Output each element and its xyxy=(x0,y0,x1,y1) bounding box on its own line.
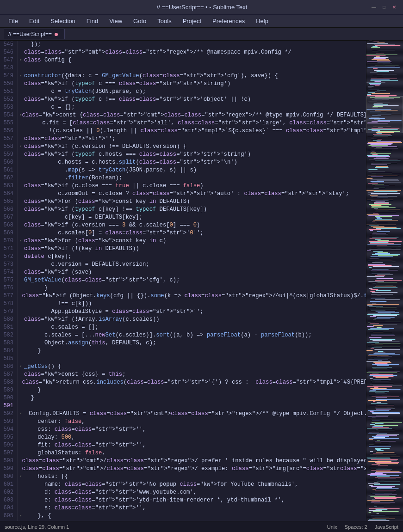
code-content[interactable]: }); class=class="str">"cmt">class=class=… xyxy=(18,41,366,521)
fold-arrow[interactable] xyxy=(19,316,24,324)
fold-arrow[interactable] xyxy=(19,441,24,449)
line-number: 580 xyxy=(2,316,13,324)
fold-arrow[interactable] xyxy=(19,104,24,111)
fold-arrow[interactable] xyxy=(19,308,24,316)
fold-arrow[interactable] xyxy=(19,119,22,127)
fold-arrow[interactable] xyxy=(19,449,24,457)
status-git[interactable]: source.js, Line 29, Column 1 xyxy=(5,524,69,530)
fold-arrow[interactable] xyxy=(19,159,24,166)
tab-label: // ==UserScript== xyxy=(8,31,52,37)
fold-arrow[interactable]: ▾ xyxy=(19,237,24,245)
minimap[interactable] xyxy=(366,41,403,521)
code-line: } xyxy=(19,347,364,355)
fold-arrow[interactable] xyxy=(19,221,24,229)
fold-arrow[interactable] xyxy=(19,276,24,284)
status-spaces[interactable]: Spaces: 2 xyxy=(345,524,367,530)
fold-arrow[interactable] xyxy=(19,261,24,269)
fold-arrow[interactable] xyxy=(19,229,24,237)
line-number: 597 xyxy=(2,449,13,457)
line-number: 553 xyxy=(2,104,13,111)
fold-arrow[interactable] xyxy=(19,371,24,379)
line-number: 579 xyxy=(2,308,13,316)
fold-arrow[interactable] xyxy=(19,284,24,292)
code-scroll-area[interactable]: 5455465475485495505515525535545555565575… xyxy=(0,41,366,521)
fold-arrow[interactable]: ▾ xyxy=(19,143,24,151)
menu-view[interactable]: View xyxy=(105,16,127,26)
fold-arrow[interactable] xyxy=(19,418,24,426)
window-controls[interactable]: — □ ✕ xyxy=(371,4,397,11)
menu-selection[interactable]: Selection xyxy=(46,16,80,26)
fold-arrow[interactable] xyxy=(19,253,24,261)
menu-project[interactable]: Project xyxy=(178,16,206,26)
line-number: 549 xyxy=(2,72,13,80)
menu-find[interactable]: Find xyxy=(82,16,103,26)
minimize-button[interactable]: — xyxy=(371,4,377,11)
fold-arrow[interactable]: ▾ xyxy=(19,72,24,80)
fold-arrow[interactable] xyxy=(19,347,24,355)
menu-preferences[interactable]: Preferences xyxy=(208,16,249,26)
fold-arrow[interactable] xyxy=(19,49,24,56)
code-editor[interactable]: 5455465475485495505515525535545555565575… xyxy=(0,41,366,521)
fold-arrow[interactable] xyxy=(19,96,24,104)
fold-arrow[interactable] xyxy=(19,300,24,308)
fold-arrow[interactable] xyxy=(19,520,24,521)
fold-arrow[interactable] xyxy=(19,214,24,221)
fold-arrow[interactable] xyxy=(19,386,24,394)
fold-arrow[interactable] xyxy=(19,402,24,410)
editor-tab[interactable]: // ==UserScript== xyxy=(4,29,65,39)
fold-arrow[interactable] xyxy=(19,434,24,441)
fold-arrow[interactable]: ▾ xyxy=(19,473,24,481)
fold-arrow[interactable]: ▾ xyxy=(19,512,24,520)
menu-file[interactable]: File xyxy=(4,16,23,26)
close-button[interactable]: ✕ xyxy=(391,4,397,11)
fold-arrow[interactable] xyxy=(19,355,24,363)
fold-arrow[interactable]: ▾ xyxy=(19,410,22,418)
fold-arrow[interactable] xyxy=(19,245,24,253)
line-number: 578 xyxy=(2,300,13,308)
fold-arrow[interactable] xyxy=(19,331,24,339)
code-line: class=class="str">"cmt">/class=class="st… xyxy=(19,457,364,465)
code-line: c.zoomOut = c.close ? class=class="str">… xyxy=(19,190,364,198)
fold-arrow[interactable] xyxy=(19,41,24,49)
fold-arrow[interactable] xyxy=(19,166,24,174)
menu-help[interactable]: Help xyxy=(251,16,273,26)
fold-arrow[interactable] xyxy=(19,489,24,496)
fold-arrow[interactable] xyxy=(19,324,24,331)
status-syntax[interactable]: JavaScript xyxy=(375,524,398,530)
fold-arrow[interactable] xyxy=(19,174,24,182)
menu-edit[interactable]: Edit xyxy=(25,16,44,26)
code-line: delete c[key]; xyxy=(19,253,364,261)
fold-arrow[interactable]: ▾ xyxy=(19,56,24,64)
line-number: 602 xyxy=(2,489,13,496)
fold-arrow[interactable] xyxy=(19,80,24,88)
fold-arrow[interactable] xyxy=(19,190,24,198)
fold-arrow[interactable] xyxy=(19,182,24,190)
fold-arrow[interactable] xyxy=(19,339,24,347)
fold-arrow[interactable] xyxy=(19,481,24,489)
fold-arrow[interactable]: ▾ xyxy=(19,363,24,371)
fold-arrow[interactable] xyxy=(19,88,24,96)
menu-tools[interactable]: Tools xyxy=(153,16,176,26)
fold-arrow[interactable] xyxy=(19,151,24,159)
fold-arrow[interactable] xyxy=(19,394,24,402)
fold-arrow[interactable] xyxy=(19,198,24,206)
fold-arrow[interactable] xyxy=(19,426,24,434)
fold-arrow[interactable] xyxy=(19,496,24,504)
menu-goto[interactable]: Goto xyxy=(129,16,151,26)
line-number: 595 xyxy=(2,434,13,441)
fold-arrow[interactable] xyxy=(19,206,24,214)
line-number: 583 xyxy=(2,339,13,347)
fold-arrow[interactable] xyxy=(19,135,24,143)
code-line: ▾ constructor({data: c = GM_getValue(cla… xyxy=(19,72,364,80)
code-line: delay: 500, xyxy=(19,434,364,441)
fold-arrow[interactable] xyxy=(19,504,24,512)
fold-arrow[interactable] xyxy=(19,64,24,72)
fold-arrow[interactable] xyxy=(19,127,22,135)
line-number: 589 xyxy=(2,386,13,394)
code-line: class=class="str">"cmt">/class=class="st… xyxy=(19,465,364,473)
minimap-viewport[interactable] xyxy=(366,96,403,133)
status-encoding[interactable]: Unix xyxy=(327,524,337,530)
code-line: class="kw">if (c.close === true || c.clo… xyxy=(19,182,364,190)
maximize-button[interactable]: □ xyxy=(381,4,387,11)
fold-arrow[interactable] xyxy=(19,269,24,276)
